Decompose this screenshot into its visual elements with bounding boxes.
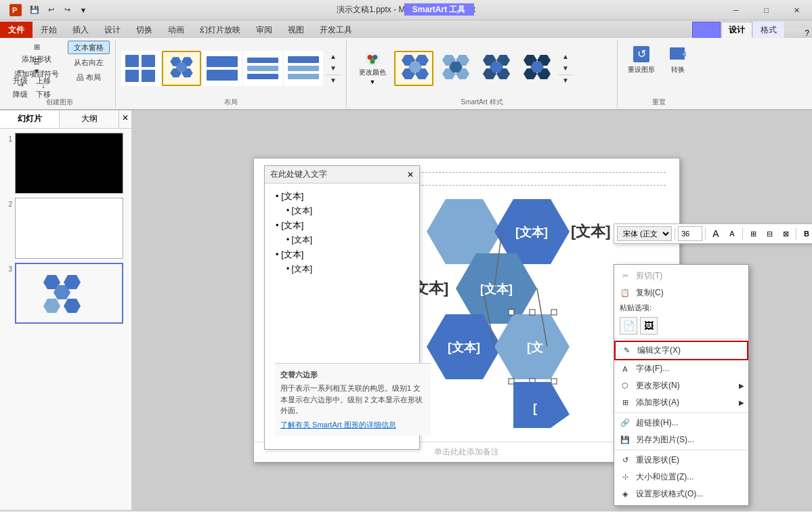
style-btn-1[interactable] <box>394 51 433 86</box>
slide-thumb-1[interactable]: 1 <box>4 133 127 194</box>
svg-rect-11 <box>207 56 238 67</box>
handle-tr[interactable] <box>551 310 557 315</box>
layout-btn-2[interactable] <box>162 51 201 86</box>
bold-button[interactable]: B <box>799 226 812 241</box>
font-decrease-button[interactable]: A <box>725 226 740 241</box>
svg-rect-3 <box>142 55 155 67</box>
tab-smartart-design[interactable]: 设计 <box>721 22 752 38</box>
style-scroll-down[interactable]: ▼ <box>558 62 573 74</box>
redo-button[interactable]: ↪ <box>60 3 74 18</box>
smartart-top-border <box>408 172 666 186</box>
text-pane-header: 在此处键入文字 ✕ <box>265 166 419 184</box>
maximize-button[interactable]: □ <box>751 0 782 20</box>
tab-smartart-format[interactable]: 格式 <box>753 22 784 38</box>
mt-sep-1 <box>675 228 675 240</box>
slide-preview-3[interactable] <box>15 263 123 324</box>
tab-insert[interactable]: 插入 <box>65 22 96 38</box>
font-increase-button[interactable]: A <box>708 226 723 241</box>
slide-preview-1[interactable] <box>15 133 123 194</box>
style-scroll-up[interactable]: ▲ <box>558 51 573 62</box>
text-pane-button[interactable]: 文本窗格 <box>68 41 110 54</box>
reset-controls: ↺ 重设图形 转换 <box>623 41 695 96</box>
hex-6[interactable] <box>513 382 570 428</box>
tab-view[interactable]: 视图 <box>280 22 312 38</box>
save-button[interactable]: 💾 <box>27 3 42 18</box>
handle-br[interactable] <box>551 379 557 384</box>
svg-rect-5 <box>142 70 155 82</box>
style-btn-3[interactable] <box>475 51 515 86</box>
layout-expand[interactable]: ▼ <box>326 74 341 86</box>
ctx-change-shape[interactable]: ⬡ 更改形状(N) ▶ <box>614 377 748 394</box>
style-btn-2[interactable] <box>435 51 474 86</box>
font-icon: A <box>620 364 631 375</box>
ctx-font[interactable]: A 字体(F)... <box>614 360 748 377</box>
layout-scroll-up[interactable]: ▲ <box>326 51 341 62</box>
change-shape-icon: ⬡ <box>620 381 631 391</box>
layout-btn-5[interactable] <box>284 51 323 86</box>
group-reset: ↺ 重设图形 转换 重置 <box>618 41 700 108</box>
tab-start[interactable]: 开始 <box>33 22 64 38</box>
layout-scroll-down[interactable]: ▼ <box>326 62 341 74</box>
ctx-edit-text[interactable]: ✎ 编辑文字(X) <box>614 341 748 360</box>
font-name-select[interactable]: 宋体 (正文 <box>617 226 672 241</box>
mt-btn-2[interactable]: ⊟ <box>762 226 777 241</box>
text-pane-close-button[interactable]: ✕ <box>407 170 414 179</box>
ctx-format-shape[interactable]: ◈ 设置形状格式(O)... <box>614 486 748 503</box>
undo-button[interactable]: ↩ <box>43 3 58 18</box>
handle-tl[interactable] <box>509 310 514 315</box>
add-shape-button[interactable]: ⊞ 添加形状 ▼ <box>9 41 64 54</box>
tab-slides[interactable]: 幻灯片 <box>0 110 60 128</box>
desc-link[interactable]: 了解有关 SmartArt 图形的详细信息 <box>280 419 425 431</box>
layout-btn-3[interactable] <box>202 51 242 86</box>
tab-review[interactable]: 审阅 <box>249 22 280 38</box>
svg-text:[: [ <box>533 402 537 415</box>
change-color-button[interactable]: 更改颜色 ▼ <box>352 48 393 89</box>
font-size-input[interactable] <box>678 226 702 241</box>
close-button[interactable]: ✕ <box>782 0 812 20</box>
style-expand[interactable]: ▼ <box>558 74 573 86</box>
move-down-button[interactable]: ↓ 下移 <box>33 84 54 96</box>
ctx-reset-shape[interactable]: ↺ 重设形状(E) <box>614 452 748 469</box>
tab-switch[interactable]: 切换 <box>129 22 160 38</box>
add-bullet-icon: ☰ <box>33 58 40 66</box>
minimize-button[interactable]: ─ <box>721 0 751 20</box>
ctx-cut[interactable]: ✂ 剪切(T) <box>614 268 748 284</box>
right-to-left-button[interactable]: 从右向左 <box>68 56 110 69</box>
tab-developer[interactable]: 开发工具 <box>312 22 360 38</box>
text-pane-description: 交替六边形 用于表示一系列相互关联的构思。级别1 文本显示在六边形中。级别 2 … <box>275 363 431 436</box>
ctx-size-position[interactable]: ⊹ 大小和位置(Z)... <box>614 469 748 486</box>
ctx-save-as-image[interactable]: 💾 另存为图片(S)... <box>614 431 748 448</box>
mt-btn-1[interactable]: ⊞ <box>746 226 761 241</box>
layout-btn-4[interactable] <box>243 51 282 86</box>
qa-dropdown[interactable]: ▼ <box>76 3 91 18</box>
slide-thumb-2[interactable]: 2 <box>4 198 127 259</box>
group-layout: ▲ ▼ ▼ 布局 <box>116 41 347 108</box>
layout-btn-1[interactable] <box>121 51 161 86</box>
ctx-copy[interactable]: 📋 复制(C) <box>614 284 748 301</box>
group-smartart-style-label: SmartArt 样式 <box>352 98 612 108</box>
reset-shape-button[interactable]: ↺ 重设图形 <box>623 41 660 79</box>
slide-thumb-3[interactable]: 3 <box>4 263 127 324</box>
downgrade-button[interactable]: ⇒ 降级 <box>9 84 31 96</box>
mini-toolbar: 宋体 (正文 A A ⊞ ⊟ ⊠ B I ≡ ≡ A ▼ ▲▼ ⊟▼ <box>614 223 812 244</box>
mt-btn-3[interactable]: ⊠ <box>778 226 793 241</box>
tab-slideshow[interactable]: 幻灯片放映 <box>192 22 248 38</box>
tab-animation[interactable]: 动画 <box>161 22 192 38</box>
tab-outline[interactable]: 大纲 <box>60 110 119 128</box>
handle-bl[interactable] <box>509 379 514 384</box>
tab-design[interactable]: 设计 <box>97 22 128 38</box>
slide-preview-2[interactable] <box>15 198 123 259</box>
slide-thumbnails[interactable]: 1 2 3 <box>0 129 131 510</box>
layout-button[interactable]: 品 布局 <box>68 70 110 84</box>
ctx-add-shape[interactable]: ⊞ 添加形状(A) ▶ <box>614 394 748 411</box>
style-btn-4[interactable] <box>516 51 555 86</box>
panel-close-button[interactable]: ✕ <box>119 110 131 128</box>
ctx-hyperlink[interactable]: 🔗 超链接(H)... <box>614 414 748 431</box>
ribbon-help[interactable]: ? <box>805 28 809 38</box>
add-shape-icon: ⊞ <box>34 43 40 51</box>
paste-default-button[interactable]: 📄 <box>620 317 637 335</box>
convert-button[interactable]: 转换 <box>661 41 695 79</box>
paste-image-button[interactable]: 🖼 <box>640 317 658 335</box>
handle-tm[interactable] <box>530 310 535 315</box>
tab-file[interactable]: 文件 <box>0 22 33 38</box>
